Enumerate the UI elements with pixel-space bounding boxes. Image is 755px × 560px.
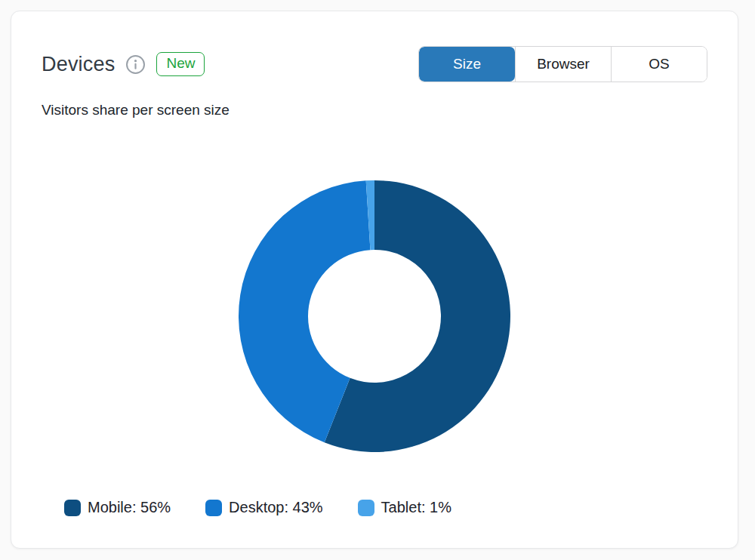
view-tab-group: Size Browser OS (418, 46, 707, 82)
legend-item-mobile: Mobile: 56% (64, 499, 171, 516)
card-title: Devices (42, 53, 115, 76)
chart-legend: Mobile: 56% Desktop: 43% Tablet: 1% (64, 499, 738, 516)
legend-item-tablet: Tablet: 1% (358, 499, 451, 516)
legend-swatch-desktop (205, 500, 222, 516)
tab-browser[interactable]: Browser (515, 47, 611, 82)
title-group: Devices New (42, 52, 205, 76)
card-header: Devices New Size Browser OS (11, 11, 738, 82)
legend-item-desktop: Desktop: 43% (205, 499, 323, 516)
info-icon[interactable] (125, 54, 146, 75)
card-subtitle: Visitors share per screen size (42, 102, 707, 118)
new-badge: New (156, 52, 205, 76)
tab-size[interactable]: Size (419, 47, 515, 82)
legend-swatch-tablet (358, 500, 374, 516)
legend-swatch-mobile (64, 500, 81, 516)
legend-label-mobile: Mobile: 56% (88, 499, 171, 516)
donut-chart-wrap (11, 180, 738, 452)
legend-label-desktop: Desktop: 43% (229, 499, 323, 516)
tab-os[interactable]: OS (611, 47, 707, 82)
devices-card: Devices New Size Browser OS Visitors sha… (11, 11, 738, 549)
donut-chart (239, 180, 510, 452)
legend-label-tablet: Tablet: 1% (381, 499, 451, 516)
